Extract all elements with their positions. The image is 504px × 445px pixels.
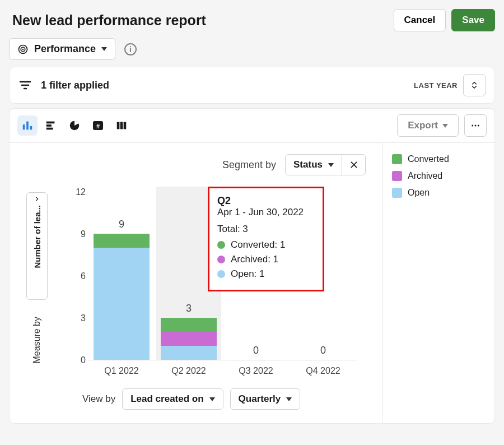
legend-swatch	[392, 188, 402, 198]
chevron-down-icon	[328, 163, 334, 167]
measure-by-label: Measure by	[32, 317, 42, 364]
bar-total-label: 3	[186, 303, 192, 314]
tooltip-item-label: Converted: 1	[231, 239, 285, 251]
legend-label: Open	[408, 188, 430, 198]
svg-point-16	[475, 125, 477, 127]
legend-item[interactable]: Open	[392, 188, 486, 198]
chevron-down-icon	[286, 397, 292, 401]
chevron-down-icon	[101, 47, 107, 51]
svg-rect-7	[46, 124, 52, 127]
tooltip-item-label: Open: 1	[231, 268, 265, 280]
tooltip-item: Converted: 1	[217, 239, 315, 251]
tooltip-total: Total: 3	[217, 224, 315, 235]
export-button[interactable]: Export	[397, 114, 459, 137]
filter-applied-text: 1 filter applied	[41, 80, 109, 91]
bar-segment	[161, 346, 217, 360]
svg-rect-6	[46, 122, 55, 124]
view-by-granularity-dropdown[interactable]: Quarterly	[230, 388, 301, 410]
chart-type-bar[interactable]	[41, 115, 61, 136]
bar-segment	[94, 234, 150, 248]
metric-label: Performance	[34, 43, 96, 55]
segment-clear-button[interactable]	[342, 155, 365, 175]
legend-swatch	[392, 171, 402, 181]
chart-type-pie[interactable]	[64, 115, 85, 136]
chevron-down-icon	[442, 124, 448, 128]
svg-rect-5	[30, 126, 32, 129]
svg-rect-14	[124, 122, 127, 129]
segment-by-label: Segment by	[222, 159, 276, 171]
chart-type-scorecard[interactable]: #	[88, 115, 108, 136]
bar-segment	[161, 318, 217, 332]
svg-rect-3	[23, 124, 25, 129]
legend-label: Converted	[408, 154, 449, 164]
tooltip-swatch	[217, 256, 225, 263]
svg-rect-12	[117, 122, 120, 129]
tooltip-item: Archived: 1	[217, 254, 315, 265]
view-by-field-dropdown[interactable]: Lead created on	[122, 388, 223, 410]
target-icon	[17, 44, 29, 55]
view-by-label: View by	[82, 393, 115, 405]
tooltip-swatch	[217, 270, 225, 278]
chart-bar[interactable]: 3	[161, 303, 217, 360]
y-tick: 6	[71, 271, 86, 281]
y-tick: 3	[71, 313, 86, 323]
chart-tooltip: Q2 Apr 1 - Jun 30, 2022 Total: 3 Convert…	[208, 187, 324, 291]
y-axis-title: Number of lea...	[32, 205, 42, 268]
y-tick: 9	[71, 229, 86, 239]
more-menu-button[interactable]	[464, 114, 487, 137]
x-tick: Q2 2022	[161, 366, 217, 376]
chart-bar[interactable]: 0	[295, 345, 351, 360]
cancel-button[interactable]: Cancel	[394, 9, 446, 31]
svg-rect-4	[26, 122, 29, 130]
tooltip-subtitle: Apr 1 - Jun 30, 2022	[217, 207, 315, 218]
tooltip-swatch	[217, 241, 225, 249]
svg-point-2	[22, 48, 24, 50]
legend-label: Archived	[408, 171, 442, 181]
measure-axis-tab[interactable]: Number of lea...	[26, 192, 48, 300]
svg-rect-13	[120, 122, 123, 129]
chevron-down-icon	[209, 397, 215, 401]
segment-by-group: Status	[285, 154, 366, 175]
svg-rect-8	[46, 128, 53, 130]
chart-bar[interactable]: 0	[228, 345, 284, 360]
x-tick: Q1 2022	[94, 366, 150, 376]
x-tick: Q3 2022	[228, 366, 284, 376]
info-icon[interactable]: i	[124, 43, 137, 55]
tooltip-item-label: Archived: 1	[231, 254, 278, 265]
bar-segment	[161, 332, 217, 346]
bar-segment	[94, 248, 150, 360]
page-title: New lead performance report	[12, 12, 206, 29]
filter-icon[interactable]	[18, 78, 32, 92]
expand-range-button[interactable]	[463, 74, 486, 96]
svg-text:#: #	[96, 123, 100, 129]
filter-bar: 1 filter applied LAST YEAR	[9, 67, 495, 104]
legend-item[interactable]: Converted	[392, 154, 486, 164]
legend-item[interactable]: Archived	[392, 171, 486, 181]
svg-point-17	[478, 125, 479, 127]
segment-by-dropdown[interactable]: Status	[286, 155, 342, 175]
y-tick: 0	[71, 355, 86, 365]
chart-type-column[interactable]	[17, 115, 38, 136]
metric-dropdown[interactable]: Performance	[9, 38, 115, 60]
legend-panel: ConvertedArchivedOpen	[382, 143, 494, 423]
bar-total-label: 0	[253, 345, 259, 356]
x-tick: Q4 2022	[295, 366, 351, 376]
chevron-right-icon	[34, 196, 40, 202]
bar-total-label: 9	[119, 219, 124, 230]
chart-type-table[interactable]	[111, 115, 132, 136]
legend-swatch	[392, 154, 402, 164]
svg-point-15	[472, 125, 473, 127]
bar-total-label: 0	[320, 345, 326, 356]
tooltip-title: Q2	[217, 195, 315, 207]
date-range-label: LAST YEAR	[414, 81, 458, 90]
y-tick: 12	[71, 187, 86, 197]
tooltip-item: Open: 1	[217, 268, 315, 280]
save-button[interactable]: Save	[451, 9, 495, 31]
chart-bar[interactable]: 9	[94, 219, 150, 360]
